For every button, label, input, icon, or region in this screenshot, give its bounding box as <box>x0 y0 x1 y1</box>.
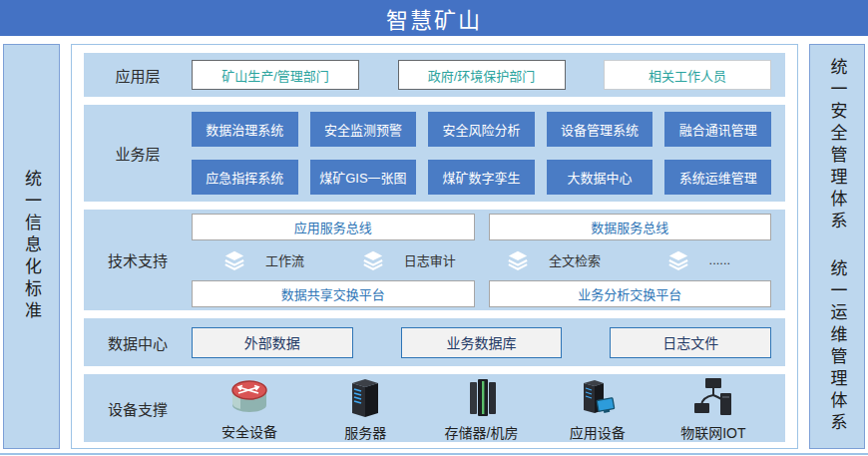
middleware-log-audit-label: 日志审计 <box>404 250 456 269</box>
device-iot: 物联网IOT <box>655 375 771 442</box>
business-layer-band: 业务层 数据治理系统 安全监测预警 安全风险分析 设备管理系统 融合通讯管理 应… <box>84 105 785 202</box>
business-layer-label: 业务层 <box>84 143 192 164</box>
middleware-more: ...... <box>627 248 771 272</box>
tech-support-content: 应用服务总线 数据服务总线 工作流 日志审计 <box>192 214 771 307</box>
left-pillar-unified-info-standard: 统一信息化标准 <box>3 44 60 449</box>
biz-box-safety-monitoring-warning: 安全监测预警 <box>310 112 417 147</box>
biz-box-converged-communication: 融合通讯管理 <box>664 112 771 147</box>
layers-icon <box>667 249 689 271</box>
device-security: 安全设备 <box>192 375 307 442</box>
app-box-mine-production-dept: 矿山生产/管理部门 <box>192 60 359 90</box>
middleware-more-label: ...... <box>709 252 731 267</box>
middleware-workflow: 工作流 <box>192 248 336 272</box>
data-center-content: 外部数据 业务数据库 日志文件 <box>192 327 771 358</box>
biz-box-equipment-management-system: 设备管理系统 <box>547 112 653 147</box>
right-pillar-unified-systems: 统一安全管理体系 统一运维管理体系 <box>809 44 865 449</box>
device-support-label: 设备支撑 <box>84 398 192 419</box>
data-center-band: 数据中心 外部数据 业务数据库 日志文件 <box>84 318 785 366</box>
external-data-box: 外部数据 <box>192 327 353 358</box>
app-device-icon <box>576 375 620 419</box>
business-row-1: 数据治理系统 安全监测预警 安全风险分析 设备管理系统 融合通讯管理 <box>192 112 771 147</box>
data-center-label: 数据中心 <box>84 332 192 353</box>
smart-mine-architecture-diagram: 智慧矿山 统一信息化标准 应用层 矿山生产/管理部门 政府/环境保护部门 相关工… <box>0 0 868 456</box>
layers-icon <box>223 249 245 271</box>
data-sharing-exchange-platform-box: 数据共享交换平台 <box>192 280 475 307</box>
app-box-government-environment-dept: 政府/环境保护部门 <box>398 60 566 90</box>
middleware-row: 工作流 日志审计 全文检索 ...... <box>192 248 771 272</box>
tech-support-label: 技术支持 <box>84 249 192 270</box>
application-layer-label: 应用层 <box>84 65 192 86</box>
middleware-workflow-label: 工作流 <box>265 250 304 269</box>
security-device-icon <box>224 376 274 418</box>
application-layer-band: 应用层 矿山生产/管理部门 政府/环境保护部门 相关工作人员 <box>84 53 785 97</box>
device-server: 服务器 <box>307 375 423 442</box>
business-analysis-exchange-platform-box: 业务分析交换平台 <box>489 280 772 307</box>
data-service-bus-box: 数据服务总线 <box>489 214 772 240</box>
bottom-divider <box>0 453 868 455</box>
device-application: 应用设备 <box>540 375 655 442</box>
biz-box-coal-mine-gis-map: 煤矿GIS一张图 <box>310 160 417 195</box>
device-application-label: 应用设备 <box>570 422 626 442</box>
application-layer-content: 矿山生产/管理部门 政府/环境保护部门 相关工作人员 <box>192 60 771 90</box>
business-database-box: 业务数据库 <box>401 327 563 358</box>
device-support-content: 安全设备 服务器 <box>192 375 771 442</box>
exchange-platform-row: 数据共享交换平台 业务分析交换平台 <box>192 280 771 307</box>
biz-box-emergency-command-system: 应急指挥系统 <box>192 160 298 195</box>
storage-rack-icon <box>461 375 503 419</box>
right-pillar-security-label: 统一安全管理体系 <box>829 58 846 233</box>
layers-icon <box>507 249 529 271</box>
server-icon <box>344 375 386 419</box>
tech-support-band: 技术支持 应用服务总线 数据服务总线 工作流 日志审计 <box>84 210 785 310</box>
main-panel: 应用层 矿山生产/管理部门 政府/环境保护部门 相关工作人员 业务层 数据治理系… <box>71 44 798 449</box>
layers-icon <box>362 249 384 271</box>
app-box-related-staff: 相关工作人员 <box>604 60 771 90</box>
app-service-bus-box: 应用服务总线 <box>192 214 475 240</box>
left-pillar-label: 统一信息化标准 <box>23 170 40 323</box>
device-storage: 存储器/机房 <box>423 375 539 442</box>
biz-box-safety-risk-analysis: 安全风险分析 <box>428 112 535 147</box>
device-storage-label: 存储器/机房 <box>445 422 519 442</box>
biz-box-system-ops-management: 系统运维管理 <box>664 160 771 195</box>
middleware-fulltext-search-label: 全文检索 <box>549 250 601 269</box>
middleware-fulltext-search: 全文检索 <box>482 248 627 272</box>
device-support-band: 设备支撑 安全设备 <box>84 374 785 442</box>
device-security-label: 安全设备 <box>221 421 277 441</box>
business-row-2: 应急指挥系统 煤矿GIS一张图 煤矿数字孪生 大数据中心 系统运维管理 <box>192 160 771 195</box>
biz-box-data-governance-system: 数据治理系统 <box>192 112 298 147</box>
right-pillar-ops-label: 统一运维管理体系 <box>829 259 846 435</box>
log-file-box: 日志文件 <box>610 327 771 358</box>
biz-box-big-data-center: 大数据中心 <box>547 160 653 195</box>
middleware-log-audit: 日志审计 <box>336 248 481 272</box>
diagram-body: 统一信息化标准 应用层 矿山生产/管理部门 政府/环境保护部门 相关工作人员 业… <box>0 44 868 449</box>
biz-box-coal-mine-digital-twin: 煤矿数字孪生 <box>428 160 535 195</box>
device-iot-label: 物联网IOT <box>680 422 745 442</box>
device-server-label: 服务器 <box>344 422 386 442</box>
business-layer-content: 数据治理系统 安全监测预警 安全风险分析 设备管理系统 融合通讯管理 应急指挥系… <box>192 112 771 195</box>
iot-network-icon <box>690 375 736 419</box>
page-title: 智慧矿山 <box>0 0 868 36</box>
service-bus-row: 应用服务总线 数据服务总线 <box>192 214 771 240</box>
